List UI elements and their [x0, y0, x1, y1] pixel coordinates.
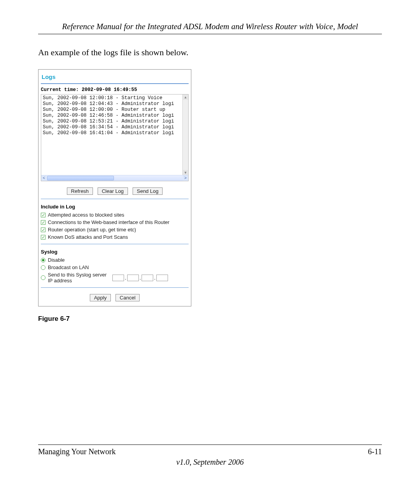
figure-caption: Figure 6-7 [38, 315, 382, 323]
syslog-option-row: Broadcast on LAN [41, 264, 189, 270]
syslog-option-row: Send to this Syslog server IP address ..… [41, 272, 189, 284]
page-footer: Managing Your Network 6-11 v1.0, Septemb… [38, 444, 382, 467]
include-option-row: ✓ Attempted access to blocked sites [41, 212, 189, 218]
horizontal-scrollbar[interactable]: < > [41, 175, 188, 181]
syslog-option-row: Disable [41, 257, 189, 263]
syslog-option-label: Broadcast on LAN [48, 264, 89, 270]
include-option-label: Router operation (start up, get time etc… [48, 227, 136, 233]
log-buttons-row: Refresh Clear Log Send Log [41, 187, 189, 195]
divider [41, 287, 189, 288]
ip-octet-input[interactable] [142, 275, 153, 281]
cancel-button[interactable]: Cancel [116, 294, 140, 301]
log-textarea[interactable]: Sun, 2002-09-08 12:00:18 - Starting Voic… [41, 94, 189, 181]
checkbox-checked-icon[interactable]: ✓ [41, 213, 46, 217]
syslog-option-label: Disable [48, 257, 65, 263]
running-header: Reference Manual for the Integrated ADSL… [38, 22, 382, 32]
divider [41, 83, 189, 84]
footer-version: v1.0, September 2006 [38, 458, 382, 467]
include-option-label: Known DoS attacks and Port Scans [48, 234, 128, 240]
include-option-row: ✓ Router operation (start up, get time e… [41, 227, 189, 233]
apply-cancel-row: Apply Cancel [41, 294, 189, 301]
radio-unselected-icon[interactable] [41, 265, 46, 270]
send-log-button[interactable]: Send Log [133, 187, 163, 195]
syslog-heading: Syslog [41, 249, 189, 255]
logs-screenshot-panel: Logs Current time: 2002-09-08 16:49:55 S… [38, 69, 191, 306]
apply-button[interactable]: Apply [90, 294, 111, 301]
page-container: Reference Manual for the Integrated ADSL… [0, 0, 420, 504]
footer-page-number: 6-11 [368, 447, 382, 456]
include-in-log-heading: Include in Log [41, 204, 189, 210]
scroll-thumb[interactable] [47, 176, 114, 180]
refresh-button[interactable]: Refresh [67, 187, 93, 195]
header-rule [38, 34, 382, 34]
log-lines: Sun, 2002-09-08 12:00:18 - Starting Voic… [41, 94, 188, 137]
ip-octet-input[interactable] [112, 275, 124, 281]
radio-selected-icon[interactable] [41, 258, 46, 262]
scroll-left-icon[interactable]: < [41, 175, 47, 181]
include-option-label: Attempted access to blocked sites [48, 212, 124, 218]
syslog-option-label: Send to this Syslog server IP address [48, 272, 110, 284]
radio-unselected-icon[interactable] [41, 275, 46, 280]
ip-octet-input[interactable] [156, 275, 168, 281]
current-time-value: 2002-09-08 16:49:55 [82, 87, 137, 93]
divider [41, 199, 189, 199]
include-option-row: ✓ Known DoS attacks and Port Scans [41, 234, 189, 240]
ip-octet-input[interactable] [127, 275, 139, 281]
checkbox-checked-icon[interactable]: ✓ [41, 220, 46, 225]
intro-text: An example of the logs file is shown bel… [38, 47, 382, 58]
include-option-row: ✓ Connections to the Web-based interface… [41, 219, 189, 225]
vertical-scrollbar[interactable]: ▲ ▼ [182, 94, 188, 175]
scroll-down-icon[interactable]: ▼ [183, 170, 188, 175]
panel-title: Logs [41, 72, 189, 83]
checkbox-checked-icon[interactable]: ✓ [41, 228, 46, 232]
checkbox-checked-icon[interactable]: ✓ [41, 235, 46, 240]
current-time-label: Current time: [41, 87, 79, 93]
footer-section: Managing Your Network [38, 447, 116, 456]
current-time-row: Current time: 2002-09-08 16:49:55 [41, 87, 189, 93]
divider [41, 244, 189, 244]
scroll-right-icon[interactable]: > [183, 175, 188, 181]
scroll-up-icon[interactable]: ▲ [183, 94, 188, 100]
footer-rule [38, 444, 382, 445]
include-option-label: Connections to the Web-based interface o… [48, 219, 170, 225]
clear-log-button[interactable]: Clear Log [98, 187, 128, 195]
